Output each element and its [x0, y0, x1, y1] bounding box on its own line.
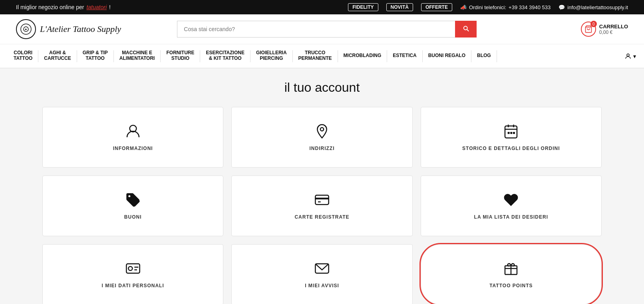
search-input[interactable]: [177, 21, 455, 38]
card-carte[interactable]: CARTE REGISTRATE: [231, 176, 412, 236]
svg-text:✦: ✦: [24, 28, 28, 32]
nav-buoni[interactable]: BUONI REGALO: [423, 47, 471, 65]
promo-end: !: [109, 4, 111, 10]
logo-svg: ✦: [20, 23, 32, 35]
header: ✦ L'Atelier Tattoo Supply 0 CARRELLO 0,0…: [0, 14, 644, 44]
nav-macchine[interactable]: MACCHINE EALIMENTATORI: [114, 44, 161, 68]
svg-point-6: [320, 128, 324, 131]
envelope-icon: [314, 261, 330, 276]
gift-icon: [503, 261, 519, 276]
card-storico-label: STORICO E DETTAGLI DEGLI ORDINI: [462, 146, 560, 151]
nav-esercitazione[interactable]: ESERCITAZIONE& KIT TATTOO: [200, 44, 250, 68]
svg-point-14: [128, 195, 130, 197]
card-storico[interactable]: STORICO E DETTAGLI DEGLI ORDINI: [421, 107, 602, 168]
card-informazioni[interactable]: INFORMAZIONI: [42, 107, 223, 168]
email-icon: 💬: [559, 4, 565, 10]
main-nav: COLORITATTOO AGHI &CARTUCCE GRIP & TIPTA…: [0, 44, 644, 68]
card-dati-label: I MIEI DATI PERSONALI: [102, 283, 164, 288]
promo-text: Il miglior negozio online per: [16, 4, 84, 10]
nav-aghi[interactable]: AGHI &CARTUCCE: [38, 44, 76, 68]
card-avvisi[interactable]: I MIEI AVVISI: [231, 244, 412, 304]
main-content: il tuo account INFORMAZIONI INDIRIZZI: [0, 68, 644, 304]
fidelity-button[interactable]: FIDELITY: [348, 3, 378, 11]
cart-icon-wrap: 0: [581, 22, 596, 37]
nav-microblading[interactable]: MICROBLADING: [338, 47, 387, 65]
top-bar-actions: FIDELITY NOVITÀ OFFERTE 📣 Ordini telefon…: [348, 3, 628, 11]
offerte-button[interactable]: OFFERTE: [421, 3, 452, 11]
email-address: info@lateliertattoosupply.it: [567, 4, 628, 10]
user-icon: [624, 53, 632, 60]
nav-estetica[interactable]: ESTETICA: [387, 47, 422, 65]
logo-icon: ✦: [16, 19, 36, 39]
email-contact: 💬 info@lateliertattoosupply.it: [559, 4, 628, 10]
nav-blog[interactable]: BLOG: [471, 47, 497, 65]
cart-info: CARRELLO 0,00 €: [599, 24, 628, 35]
tag-icon: [125, 192, 141, 208]
phone-number: +39 334 3940 533: [509, 4, 551, 10]
card-wishlist-label: LA MIA LISTA DEI DESIDERI: [474, 214, 548, 220]
page-title: il tuo account: [16, 80, 628, 95]
nav-grip[interactable]: GRIP & TIPTATTOO: [77, 44, 113, 68]
person-icon: [125, 123, 141, 139]
logo-text: L'Atelier Tattoo Supply: [40, 24, 121, 34]
card-avvisi-label: I MIEI AVVISI: [305, 283, 339, 288]
cart-area[interactable]: 0 CARRELLO 0,00 €: [581, 22, 628, 37]
svg-rect-13: [513, 132, 515, 134]
svg-rect-11: [508, 132, 510, 134]
cart-label: CARRELLO: [599, 24, 628, 30]
chevron-down-icon: ▾: [633, 53, 636, 59]
card-tattoo-points-label: TATTOO POINTS: [489, 283, 533, 288]
card-carte-label: CARTE REGISTRATE: [294, 214, 349, 220]
promo-link[interactable]: tatuatori: [86, 4, 107, 10]
nav-sep-12: [497, 50, 497, 62]
account-grid: INFORMAZIONI INDIRIZZI STORICO E DETTAGL…: [42, 107, 602, 304]
nav-gioielleria[interactable]: GIOIELLERIAPIERCING: [250, 44, 292, 68]
nav-user[interactable]: ▾: [624, 53, 636, 60]
nav-trucco[interactable]: TRUCCOPERMANENTE: [293, 44, 338, 68]
logo-link[interactable]: ✦ L'Atelier Tattoo Supply: [16, 19, 121, 39]
svg-rect-15: [315, 195, 328, 204]
id-card-icon: [125, 261, 141, 276]
svg-rect-7: [505, 126, 517, 138]
top-bar: Il miglior negozio online per tatuatori …: [0, 0, 644, 14]
cart-badge: 0: [590, 21, 597, 27]
nav-colori[interactable]: COLORITATTOO: [8, 44, 38, 68]
card-informazioni-label: INFORMAZIONI: [113, 146, 153, 151]
card-buoni-label: BUONI: [124, 214, 142, 220]
card-icon: [314, 192, 330, 208]
svg-rect-12: [511, 132, 513, 134]
svg-point-4: [627, 54, 629, 56]
top-bar-promo: Il miglior negozio online per tatuatori …: [16, 4, 111, 10]
phone-icon: 📣: [460, 4, 467, 10]
cart-price: 0,00 €: [599, 30, 628, 35]
svg-point-19: [128, 266, 132, 270]
calendar-icon: [503, 123, 519, 139]
card-wishlist[interactable]: LA MIA LISTA DEI DESIDERI: [421, 176, 602, 236]
search-bar: [177, 21, 477, 38]
location-icon: [314, 123, 330, 139]
card-dati[interactable]: I MIEI DATI PERSONALI: [42, 244, 223, 304]
phone-contact: 📣 Ordini telefonici: +39 334 3940 533: [460, 4, 551, 10]
phone-label: Ordini telefonici:: [469, 4, 506, 10]
heart-icon: [503, 192, 519, 208]
novita-button[interactable]: NOVITÀ: [386, 3, 413, 11]
card-indirizzi[interactable]: INDIRIZZI: [231, 107, 412, 168]
nav-forniture[interactable]: FORNITURESTUDIO: [161, 44, 200, 68]
search-button[interactable]: [455, 21, 477, 38]
card-tattoo-points[interactable]: TATTOO POINTS: [421, 244, 602, 304]
card-buoni[interactable]: BUONI: [42, 176, 223, 236]
card-indirizzi-label: INDIRIZZI: [309, 146, 334, 151]
